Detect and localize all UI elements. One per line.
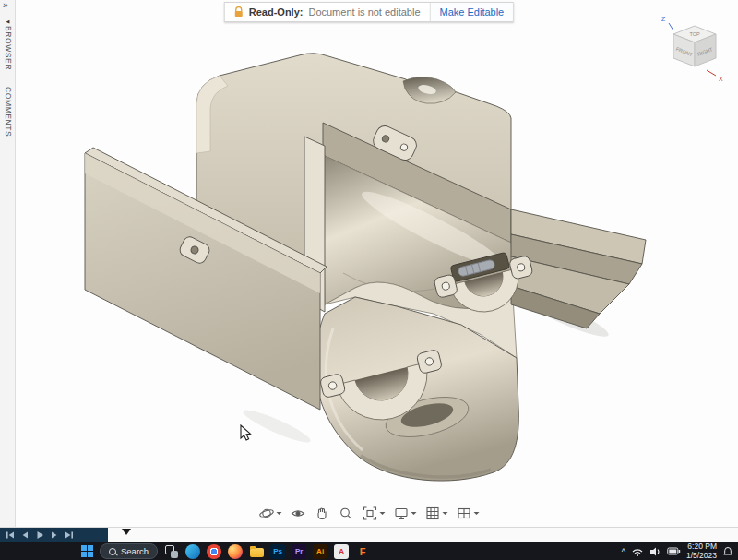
- lock-icon: [234, 6, 244, 18]
- fusion-window: » ◀ BROWSER COMMENTS Read-Only: Document…: [0, 0, 738, 560]
- notification-bell-icon[interactable]: [722, 546, 733, 557]
- sidebar-tab-browser[interactable]: ◀ BROWSER: [0, 18, 16, 70]
- folder-icon: [250, 548, 264, 557]
- pan-icon: [315, 506, 330, 521]
- comments-tab-label: COMMENTS: [4, 87, 13, 137]
- axis-z-label: Z: [661, 16, 666, 22]
- viewcube-top-label: TOP: [689, 31, 700, 37]
- fit-button[interactable]: [363, 506, 386, 521]
- timeline-playback-controls: [0, 528, 108, 542]
- readonly-message: Document is not editable: [308, 6, 420, 18]
- edge-app-icon[interactable]: [185, 544, 200, 559]
- pan-button[interactable]: [315, 506, 330, 521]
- tray-clock[interactable]: 6:20 PM 1/5/2023: [686, 542, 717, 560]
- chrome-app-icon[interactable]: [207, 544, 221, 559]
- skip-to-end-button[interactable]: [65, 530, 74, 540]
- display-settings-icon: [394, 506, 410, 521]
- axis-z-line: [669, 23, 673, 30]
- expand-panel-icon[interactable]: »: [3, 0, 8, 11]
- orbit-button[interactable]: [259, 506, 282, 521]
- fusion-360-app-icon[interactable]: F: [355, 544, 370, 559]
- sidebar-tab-comments[interactable]: COMMENTS: [0, 87, 16, 137]
- zoom-icon: [339, 506, 354, 521]
- axis-x-line: [707, 70, 716, 76]
- timeline-position-marker[interactable]: [122, 529, 131, 535]
- orbit-icon: [259, 506, 275, 521]
- search-icon: [109, 548, 116, 555]
- 3d-model[interactable]: [0, 0, 738, 527]
- illustrator-app-icon[interactable]: Ai: [313, 544, 327, 559]
- viewcube[interactable]: Z TOP FRONT RIGHT X: [659, 11, 731, 92]
- dropdown-caret-icon: [443, 512, 448, 515]
- search-label: Search: [121, 546, 149, 556]
- step-forward-button[interactable]: [50, 530, 59, 540]
- file-explorer-app-icon[interactable]: [249, 544, 264, 559]
- taskbar-search[interactable]: Search: [100, 543, 158, 559]
- dropdown-caret-icon: [380, 512, 386, 515]
- viewports-button[interactable]: [457, 506, 480, 521]
- task-view-button[interactable]: [164, 544, 179, 559]
- navigation-toolbar: [259, 506, 480, 521]
- play-button[interactable]: [35, 530, 44, 540]
- readonly-banner: Read-Only: Document is not editable Make…: [224, 2, 514, 22]
- volume-icon[interactable]: [649, 546, 661, 557]
- step-back-button[interactable]: [20, 530, 30, 540]
- battery-icon[interactable]: [667, 546, 681, 556]
- dropdown-caret-icon: [277, 512, 282, 515]
- grid-and-snaps-button[interactable]: [425, 506, 448, 521]
- look-at-button[interactable]: [291, 506, 306, 521]
- acrobat-app-icon[interactable]: A: [334, 544, 349, 559]
- photoshop-app-icon[interactable]: Ps: [270, 544, 285, 559]
- wifi-icon[interactable]: [631, 546, 644, 557]
- grid-icon: [425, 506, 441, 521]
- axis-x-label: X: [719, 76, 723, 82]
- readonly-label: Read-Only:: [249, 6, 304, 18]
- make-editable-button[interactable]: Make Editable: [430, 3, 514, 21]
- firefox-app-icon[interactable]: [228, 544, 243, 559]
- tray-overflow-chevron[interactable]: ^: [622, 547, 625, 556]
- mouse-cursor: [240, 424, 253, 443]
- look-at-icon: [291, 506, 306, 521]
- fit-icon: [363, 506, 378, 521]
- start-button[interactable]: [81, 545, 93, 557]
- collapse-arrow-icon: ◀: [6, 18, 10, 24]
- premiere-app-icon[interactable]: Pr: [292, 544, 306, 559]
- viewports-icon: [457, 506, 472, 521]
- skip-to-start-button[interactable]: [6, 530, 15, 540]
- dropdown-caret-icon: [474, 512, 480, 515]
- windows-taskbar: Search Ps Pr Ai A F ^: [0, 542, 738, 560]
- dropdown-caret-icon: [411, 512, 417, 515]
- zoom-button[interactable]: [339, 506, 354, 521]
- model-canvas[interactable]: [0, 0, 738, 527]
- browser-tab-label: BROWSER: [4, 26, 13, 70]
- left-panel-rail: » ◀ BROWSER COMMENTS: [0, 0, 16, 527]
- display-settings-button[interactable]: [394, 506, 417, 521]
- tray-date: 1/5/2023: [686, 552, 717, 560]
- timeline-bar[interactable]: [0, 527, 738, 542]
